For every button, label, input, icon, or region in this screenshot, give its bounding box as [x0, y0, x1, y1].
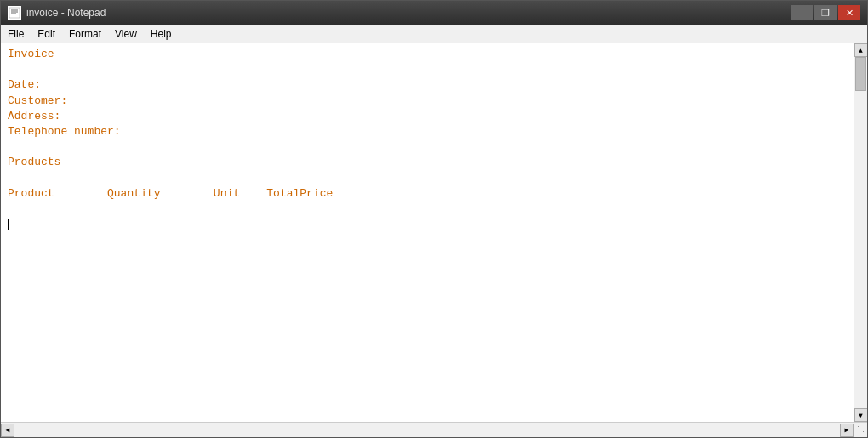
- scroll-track-x[interactable]: [14, 423, 840, 437]
- close-button[interactable]: ✕: [838, 5, 860, 20]
- table-headers: Product Quantity Unit TotalPrice: [8, 187, 333, 200]
- svg-rect-0: [9, 8, 20, 18]
- title-bar-left: invoice - Notepad: [8, 6, 106, 20]
- scroll-up-arrow[interactable]: ▲: [854, 43, 868, 57]
- scroll-track-y[interactable]: [854, 57, 867, 408]
- text-cursor: [8, 219, 9, 230]
- window-title: invoice - Notepad: [26, 7, 106, 19]
- window-controls: — ❐ ✕: [791, 5, 860, 20]
- cursor-line: [8, 218, 9, 230]
- menu-edit[interactable]: Edit: [31, 25, 62, 43]
- menu-help[interactable]: Help: [144, 25, 179, 43]
- invoice-title-line: Invoice: [8, 48, 54, 60]
- notepad-window: invoice - Notepad — ❐ ✕ File Edit Format…: [0, 0, 868, 438]
- menu-file[interactable]: File: [1, 25, 31, 43]
- resize-corner[interactable]: ⋱: [854, 423, 867, 436]
- scroll-down-arrow[interactable]: ▼: [854, 408, 868, 422]
- menu-bar: File Edit Format View Help: [1, 25, 867, 43]
- minimize-button[interactable]: —: [791, 5, 813, 20]
- app-icon: [8, 6, 21, 20]
- date-field: Date:: [8, 78, 41, 91]
- text-editor[interactable]: Invoice Date: Customer: Address: Telepho…: [1, 43, 854, 422]
- telephone-field: Telephone number:: [8, 125, 121, 138]
- scroll-left-arrow[interactable]: ◀: [1, 424, 14, 437]
- products-section: Products: [8, 156, 60, 168]
- address-field: Address:: [8, 110, 60, 122]
- horizontal-scrollbar[interactable]: ◀ ▶: [1, 423, 854, 437]
- title-bar: invoice - Notepad — ❐ ✕: [1, 1, 867, 25]
- scroll-right-arrow[interactable]: ▶: [840, 424, 854, 437]
- maximize-button[interactable]: ❐: [814, 5, 837, 20]
- editor-area: Invoice Date: Customer: Address: Telepho…: [1, 43, 867, 422]
- scroll-thumb-y[interactable]: [855, 57, 866, 91]
- menu-format[interactable]: Format: [62, 25, 108, 43]
- bottom-bar: ◀ ▶ ⋱: [1, 422, 867, 437]
- vertical-scrollbar[interactable]: ▲ ▼: [854, 43, 867, 422]
- customer-field: Customer:: [8, 94, 67, 107]
- menu-view[interactable]: View: [108, 25, 144, 43]
